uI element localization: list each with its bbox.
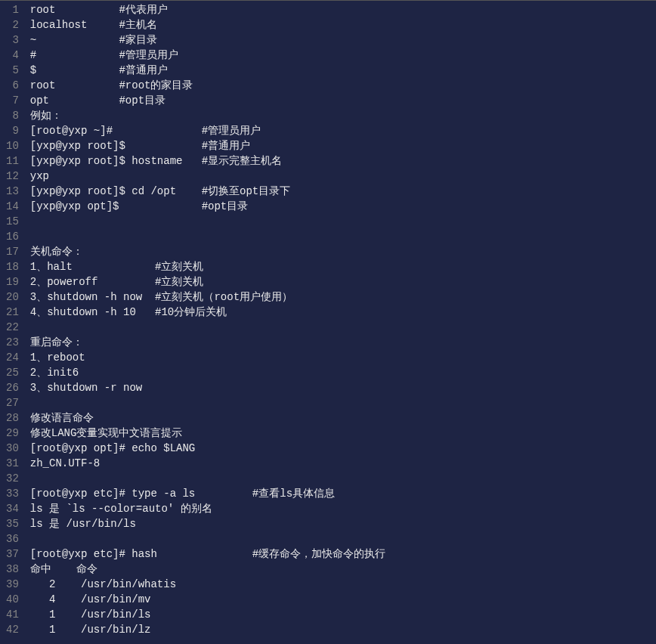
line-number: 29 [6,426,19,441]
code-line: 修改LANG变量实现中文语言提示 [30,426,656,441]
code-line: 3、shutdown -r now [30,380,656,395]
code-line: yxp [30,169,656,184]
line-number: 14 [6,199,19,214]
line-number: 12 [6,169,19,184]
line-number: 21 [6,305,19,320]
code-line [30,229,656,244]
line-number: 40 [6,592,19,607]
line-number: 35 [6,516,19,531]
code-line: 1 /usr/bin/ls [30,607,656,622]
line-number: 36 [6,531,19,546]
code-line: 2、poweroff #立刻关机 [30,274,656,289]
code-line: [root@yxp etc]# hash #缓存命令，加快命令的执行 [30,546,656,562]
code-line [30,471,656,486]
line-number: 25 [6,365,19,380]
line-number: 23 [6,335,19,350]
line-number: 24 [6,350,19,365]
line-number-gutter: 1234567891011121314151617181920212223242… [0,1,26,644]
code-line: zh_CN.UTF-8 [30,456,656,471]
code-line: 例如： [30,108,656,123]
line-number: 4 [6,48,19,63]
line-number: 34 [6,501,19,516]
code-line: root #root的家目录 [30,78,656,93]
line-number: 9 [6,123,19,138]
line-number: 13 [6,184,19,199]
line-number: 2 [6,17,19,33]
code-line [30,395,656,410]
code-line: 3、shutdown -h now #立刻关机（root用户使用） [30,289,656,305]
code-line: 1、halt #立刻关机 [30,259,656,274]
line-number: 27 [6,395,19,410]
line-number: 19 [6,274,19,289]
code-line: opt #opt目录 [30,93,656,108]
line-number: 6 [6,78,19,93]
code-line [30,531,656,546]
line-number: 41 [6,607,19,622]
code-line: $ #普通用户 [30,63,656,78]
code-line: [yxp@yxp root]$ cd /opt #切换至opt目录下 [30,184,656,199]
code-line: 重启命令： [30,335,656,350]
code-line: 1、reboot [30,350,656,365]
line-number: 30 [6,441,19,456]
line-number: 7 [6,93,19,108]
line-number: 5 [6,63,19,78]
line-number: 10 [6,138,19,153]
line-number: 15 [6,214,19,229]
code-line: [root@yxp opt]# echo $LANG [30,441,656,456]
line-number: 32 [6,471,19,486]
code-line: 关机命令： [30,244,656,259]
line-number: 16 [6,229,19,244]
code-line: ls 是 `ls --color=auto' 的别名 [30,501,656,516]
code-line: 2、init6 [30,365,656,380]
code-line: 修改语言命令 [30,410,656,426]
code-line: [yxp@yxp root]$ hostname #显示完整主机名 [30,153,656,169]
line-number: 18 [6,259,19,274]
line-number: 33 [6,486,19,501]
code-line [30,214,656,229]
line-number: 37 [6,546,19,562]
code-line: root #代表用户 [30,2,656,17]
code-line: 1 /usr/bin/lz [30,622,656,637]
code-line: # #管理员用户 [30,48,656,63]
line-number: 28 [6,410,19,426]
line-number: 3 [6,33,19,48]
code-line: [yxp@yxp opt]$ #opt目录 [30,199,656,214]
line-number: 39 [6,577,19,592]
code-line: ls 是 /usr/bin/ls [30,516,656,531]
code-content[interactable]: root #代表用户localhost #主机名~ #家目录# #管理员用户$ … [26,1,656,644]
code-line: 命中 命令 [30,562,656,577]
code-line: 4 /usr/bin/mv [30,592,656,607]
line-number: 1 [6,2,19,17]
line-number: 26 [6,380,19,395]
code-line [30,320,656,335]
line-number: 17 [6,244,19,259]
code-line: ~ #家目录 [30,33,656,48]
line-number: 22 [6,320,19,335]
line-number: 31 [6,456,19,471]
code-line: [yxp@yxp root]$ #普通用户 [30,138,656,153]
code-line: 2 /usr/bin/whatis [30,577,656,592]
line-number: 8 [6,108,19,123]
line-number: 20 [6,289,19,305]
code-line: localhost #主机名 [30,17,656,33]
code-line: 4、shutdown -h 10 #10分钟后关机 [30,305,656,320]
line-number: 42 [6,622,19,637]
code-line: [root@yxp etc]# type -a ls #查看ls具体信息 [30,486,656,501]
line-number: 11 [6,153,19,169]
code-line: [root@yxp ~]# #管理员用户 [30,123,656,138]
line-number: 38 [6,562,19,577]
